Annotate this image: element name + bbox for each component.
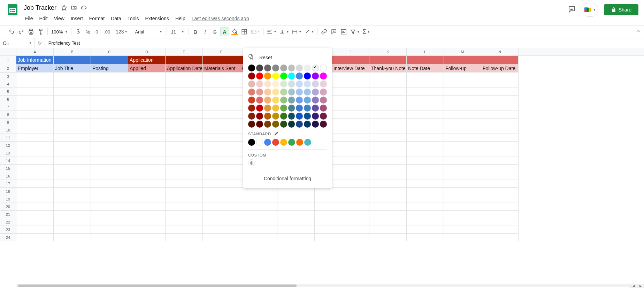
edit-icon[interactable] [274,131,279,137]
cell[interactable] [407,80,444,88]
cell[interactable] [277,188,315,195]
cell[interactable] [16,234,54,241]
cell[interactable] [369,56,407,64]
cell[interactable] [128,119,166,126]
cell[interactable] [166,134,203,142]
color-swatch[interactable] [296,89,303,96]
color-swatch[interactable] [248,89,255,96]
cell[interactable] [332,126,369,134]
row-header[interactable]: 15 [0,165,16,172]
cell[interactable] [166,218,203,226]
row-header[interactable]: 18 [0,188,16,195]
cell[interactable] [166,203,203,211]
cell[interactable] [407,203,444,211]
cell[interactable] [166,165,203,172]
cell[interactable] [54,180,91,188]
color-swatch[interactable] [264,105,271,112]
color-swatch[interactable] [256,73,263,79]
cell[interactable] [203,218,240,226]
color-swatch[interactable] [280,97,287,104]
cell[interactable] [91,218,128,226]
row-header[interactable]: 2 [0,64,16,73]
cell[interactable] [369,211,407,218]
col-header[interactable]: J [332,48,369,55]
color-swatch[interactable] [280,65,287,71]
cell[interactable]: Applied [128,64,166,73]
color-swatch[interactable] [256,139,263,146]
cell[interactable] [203,103,240,111]
cell[interactable] [166,119,203,126]
cell[interactable] [369,165,407,172]
col-header[interactable]: E [166,48,203,55]
cell[interactable] [407,103,444,111]
col-header[interactable]: L [407,48,444,55]
row-header[interactable]: 23 [0,226,16,234]
color-swatch[interactable] [296,81,303,88]
cell[interactable] [315,188,332,195]
cell[interactable] [369,149,407,157]
cell[interactable] [16,180,54,188]
cell[interactable] [444,134,481,142]
cell[interactable] [166,103,203,111]
cell[interactable] [166,226,203,234]
comments-icon[interactable] [568,5,576,15]
cell[interactable] [16,73,54,80]
insert-comment-button[interactable] [329,27,338,36]
cell[interactable] [91,149,128,157]
color-swatch[interactable] [320,65,327,71]
cell[interactable] [444,142,481,149]
cell[interactable] [481,126,519,134]
cell[interactable] [203,56,240,64]
color-swatch[interactable] [272,81,279,88]
cell[interactable] [369,188,407,195]
cell[interactable] [16,134,54,142]
cell[interactable] [407,157,444,165]
color-swatch[interactable] [296,97,303,104]
paint-format-button[interactable] [36,27,45,36]
cell[interactable] [91,234,128,241]
cell[interactable] [369,80,407,88]
cell[interactable] [166,56,203,64]
zoom-select[interactable]: 100%▼ [50,29,69,35]
conditional-formatting-button[interactable]: Conditional formatting [248,174,327,183]
row-header[interactable]: 8 [0,111,16,119]
filter-button[interactable]: ▼ [349,27,361,36]
cell[interactable] [166,195,203,203]
color-swatch[interactable] [320,73,327,79]
cell[interactable] [91,134,128,142]
color-swatch[interactable] [288,113,295,120]
col-header[interactable]: C [91,48,128,55]
cell[interactable] [407,73,444,80]
cell[interactable] [369,103,407,111]
color-swatch[interactable] [320,97,327,104]
cell[interactable] [91,96,128,103]
cell[interactable] [407,195,444,203]
cell[interactable] [91,172,128,180]
cell[interactable] [369,180,407,188]
color-swatch[interactable] [272,89,279,96]
cell[interactable] [128,149,166,157]
cell[interactable] [332,172,369,180]
cell[interactable] [128,188,166,195]
reset-color-button[interactable]: Reset [248,52,327,65]
last-edit-link[interactable]: Last edit was seconds ago [192,16,249,21]
font-select[interactable]: Arial▼ [133,29,164,35]
color-swatch[interactable] [248,105,255,112]
cell[interactable] [54,188,91,195]
cell[interactable] [481,234,519,241]
color-swatch[interactable] [256,121,263,128]
cell[interactable] [369,96,407,103]
vertical-align-button[interactable]: ▼ [278,27,290,36]
cell[interactable] [444,80,481,88]
cell[interactable] [407,226,444,234]
row-header[interactable]: 10 [0,126,16,134]
cell[interactable] [128,134,166,142]
cell[interactable] [91,165,128,172]
cell[interactable] [481,80,519,88]
cell[interactable] [203,134,240,142]
cell[interactable] [203,234,240,241]
cell[interactable] [332,56,369,64]
col-header[interactable]: B [54,48,91,55]
cell[interactable] [54,73,91,80]
row-header[interactable]: 5 [0,88,16,96]
